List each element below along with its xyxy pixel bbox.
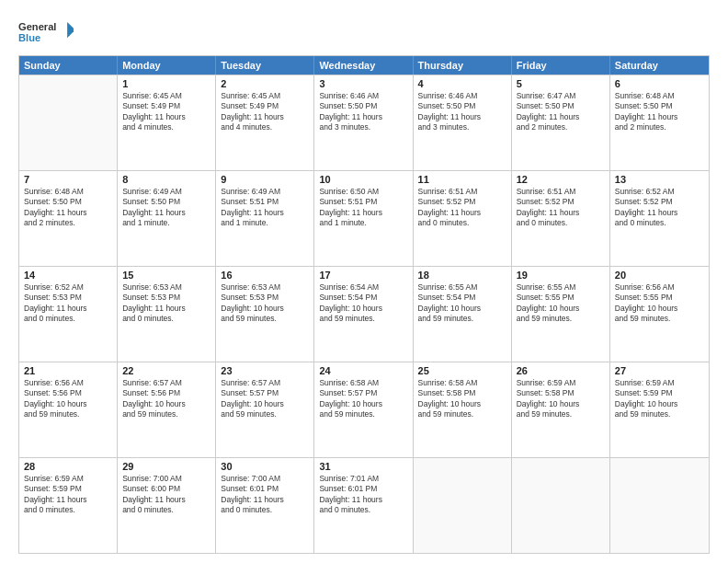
- cal-cell-5-3: 30Sunrise: 7:00 AMSunset: 6:01 PMDayligh…: [216, 458, 314, 553]
- cal-cell-3-5: 18Sunrise: 6:55 AMSunset: 5:54 PMDayligh…: [414, 267, 512, 362]
- cell-day-number: 24: [319, 365, 407, 376]
- cell-info: Sunrise: 6:57 AMSunset: 5:56 PMDaylight:…: [122, 378, 210, 420]
- cal-cell-2-2: 8Sunrise: 6:49 AMSunset: 5:50 PMDaylight…: [118, 171, 216, 266]
- cell-info: Sunrise: 6:48 AMSunset: 5:50 PMDaylight:…: [615, 91, 704, 133]
- cell-day-number: 13: [615, 174, 704, 185]
- cal-cell-2-5: 11Sunrise: 6:51 AMSunset: 5:52 PMDayligh…: [414, 171, 512, 266]
- cell-info: Sunrise: 6:51 AMSunset: 5:52 PMDaylight:…: [517, 187, 605, 229]
- cal-cell-5-2: 29Sunrise: 7:00 AMSunset: 6:00 PMDayligh…: [118, 458, 216, 553]
- cal-cell-3-6: 19Sunrise: 6:55 AMSunset: 5:55 PMDayligh…: [512, 267, 610, 362]
- cell-info: Sunrise: 6:46 AMSunset: 5:50 PMDaylight:…: [418, 91, 506, 133]
- cell-info: Sunrise: 6:59 AMSunset: 5:58 PMDaylight:…: [517, 378, 605, 420]
- cell-info: Sunrise: 6:55 AMSunset: 5:54 PMDaylight:…: [418, 282, 506, 325]
- cell-day-number: 18: [418, 270, 506, 281]
- cell-day-number: 8: [122, 174, 210, 185]
- cal-cell-4-5: 25Sunrise: 6:58 AMSunset: 5:58 PMDayligh…: [414, 362, 512, 457]
- cal-cell-4-6: 26Sunrise: 6:59 AMSunset: 5:58 PMDayligh…: [512, 362, 610, 457]
- header-day-saturday: Saturday: [610, 56, 709, 75]
- cell-day-number: 10: [319, 174, 407, 185]
- cell-info: Sunrise: 6:48 AMSunset: 5:50 PMDaylight:…: [24, 187, 112, 229]
- cell-info: Sunrise: 6:55 AMSunset: 5:55 PMDaylight:…: [517, 282, 605, 325]
- cell-day-number: 15: [122, 270, 210, 281]
- week-row-1: 1Sunrise: 6:45 AMSunset: 5:49 PMDaylight…: [19, 75, 709, 170]
- svg-text:Blue: Blue: [18, 32, 40, 43]
- cell-info: Sunrise: 6:56 AMSunset: 5:56 PMDaylight:…: [24, 378, 112, 420]
- logo: General Blue: [18, 17, 74, 50]
- cell-day-number: 2: [221, 78, 309, 89]
- page: General Blue SundayMondayTuesdayWednesda…: [0, 0, 728, 563]
- cell-day-number: 31: [319, 461, 407, 472]
- header-day-thursday: Thursday: [414, 56, 512, 75]
- cell-day-number: 16: [221, 270, 309, 281]
- cal-cell-1-6: 5Sunrise: 6:47 AMSunset: 5:50 PMDaylight…: [512, 75, 610, 170]
- cell-day-number: 21: [24, 365, 112, 376]
- cal-cell-2-7: 13Sunrise: 6:52 AMSunset: 5:52 PMDayligh…: [610, 171, 709, 266]
- cal-cell-1-1: [19, 75, 118, 170]
- cell-info: Sunrise: 6:52 AMSunset: 5:52 PMDaylight:…: [615, 187, 704, 229]
- cell-day-number: 4: [418, 78, 506, 89]
- cell-info: Sunrise: 7:01 AMSunset: 6:01 PMDaylight:…: [319, 474, 407, 516]
- cal-cell-1-7: 6Sunrise: 6:48 AMSunset: 5:50 PMDaylight…: [610, 75, 709, 170]
- cal-cell-4-4: 24Sunrise: 6:58 AMSunset: 5:57 PMDayligh…: [314, 362, 413, 457]
- cell-info: Sunrise: 6:57 AMSunset: 5:57 PMDaylight:…: [221, 378, 309, 420]
- svg-text:General: General: [18, 21, 56, 32]
- cell-day-number: 11: [418, 174, 506, 185]
- cell-info: Sunrise: 6:45 AMSunset: 5:49 PMDaylight:…: [122, 91, 210, 133]
- cell-day-number: 28: [24, 461, 112, 472]
- cell-day-number: 1: [122, 78, 210, 89]
- cal-cell-2-6: 12Sunrise: 6:51 AMSunset: 5:52 PMDayligh…: [512, 171, 610, 266]
- cal-cell-5-1: 28Sunrise: 6:59 AMSunset: 5:59 PMDayligh…: [19, 458, 118, 553]
- cal-cell-5-7: [610, 458, 709, 553]
- cell-day-number: 23: [221, 365, 309, 376]
- cal-cell-2-4: 10Sunrise: 6:50 AMSunset: 5:51 PMDayligh…: [314, 171, 413, 266]
- cell-info: Sunrise: 6:53 AMSunset: 5:53 PMDaylight:…: [122, 282, 210, 325]
- cell-info: Sunrise: 6:52 AMSunset: 5:53 PMDaylight:…: [24, 282, 112, 325]
- cell-day-number: 30: [221, 461, 309, 472]
- cal-cell-5-4: 31Sunrise: 7:01 AMSunset: 6:01 PMDayligh…: [314, 458, 413, 553]
- cal-cell-3-3: 16Sunrise: 6:53 AMSunset: 5:53 PMDayligh…: [216, 267, 314, 362]
- header-day-friday: Friday: [512, 56, 610, 75]
- cal-cell-1-3: 2Sunrise: 6:45 AMSunset: 5:49 PMDaylight…: [216, 75, 314, 170]
- cell-day-number: 14: [24, 270, 112, 281]
- cal-cell-4-2: 22Sunrise: 6:57 AMSunset: 5:56 PMDayligh…: [118, 362, 216, 457]
- cell-info: Sunrise: 6:56 AMSunset: 5:55 PMDaylight:…: [615, 282, 704, 325]
- cell-day-number: 26: [517, 365, 605, 376]
- header-day-sunday: Sunday: [19, 56, 118, 75]
- cal-cell-5-5: [414, 458, 512, 553]
- cal-cell-3-4: 17Sunrise: 6:54 AMSunset: 5:54 PMDayligh…: [314, 267, 413, 362]
- cell-day-number: 25: [418, 365, 506, 376]
- cell-info: Sunrise: 6:58 AMSunset: 5:58 PMDaylight:…: [418, 378, 506, 420]
- cal-cell-4-1: 21Sunrise: 6:56 AMSunset: 5:56 PMDayligh…: [19, 362, 118, 457]
- cell-day-number: 9: [221, 174, 309, 185]
- cell-day-number: 17: [319, 270, 407, 281]
- cell-day-number: 3: [319, 78, 407, 89]
- header-day-wednesday: Wednesday: [314, 56, 413, 75]
- cell-day-number: 27: [615, 365, 704, 376]
- cell-info: Sunrise: 6:47 AMSunset: 5:50 PMDaylight:…: [517, 91, 605, 133]
- week-row-4: 21Sunrise: 6:56 AMSunset: 5:56 PMDayligh…: [19, 362, 709, 457]
- header: General Blue: [18, 17, 710, 50]
- cal-cell-3-1: 14Sunrise: 6:52 AMSunset: 5:53 PMDayligh…: [19, 267, 118, 362]
- week-row-2: 7Sunrise: 6:48 AMSunset: 5:50 PMDaylight…: [19, 170, 709, 266]
- cal-cell-2-3: 9Sunrise: 6:49 AMSunset: 5:51 PMDaylight…: [216, 171, 314, 266]
- week-row-3: 14Sunrise: 6:52 AMSunset: 5:53 PMDayligh…: [19, 266, 709, 362]
- cell-info: Sunrise: 6:51 AMSunset: 5:52 PMDaylight:…: [418, 187, 506, 229]
- cell-info: Sunrise: 7:00 AMSunset: 6:01 PMDaylight:…: [221, 474, 309, 516]
- cal-cell-1-4: 3Sunrise: 6:46 AMSunset: 5:50 PMDaylight…: [314, 75, 413, 170]
- cal-cell-2-1: 7Sunrise: 6:48 AMSunset: 5:50 PMDaylight…: [19, 171, 118, 266]
- cell-info: Sunrise: 6:45 AMSunset: 5:49 PMDaylight:…: [221, 91, 309, 133]
- header-day-tuesday: Tuesday: [216, 56, 314, 75]
- header-day-monday: Monday: [118, 56, 216, 75]
- cal-cell-3-2: 15Sunrise: 6:53 AMSunset: 5:53 PMDayligh…: [118, 267, 216, 362]
- cell-info: Sunrise: 6:54 AMSunset: 5:54 PMDaylight:…: [319, 282, 407, 325]
- cell-day-number: 19: [517, 270, 605, 281]
- cell-day-number: 6: [615, 78, 704, 89]
- cell-info: Sunrise: 6:49 AMSunset: 5:50 PMDaylight:…: [122, 187, 210, 229]
- cal-cell-1-2: 1Sunrise: 6:45 AMSunset: 5:49 PMDaylight…: [118, 75, 216, 170]
- cal-cell-5-6: [512, 458, 610, 553]
- cell-info: Sunrise: 7:00 AMSunset: 6:00 PMDaylight:…: [122, 474, 210, 516]
- cell-day-number: 22: [122, 365, 210, 376]
- week-row-5: 28Sunrise: 6:59 AMSunset: 5:59 PMDayligh…: [19, 457, 709, 553]
- cell-info: Sunrise: 6:46 AMSunset: 5:50 PMDaylight:…: [319, 91, 407, 133]
- cell-day-number: 7: [24, 174, 112, 185]
